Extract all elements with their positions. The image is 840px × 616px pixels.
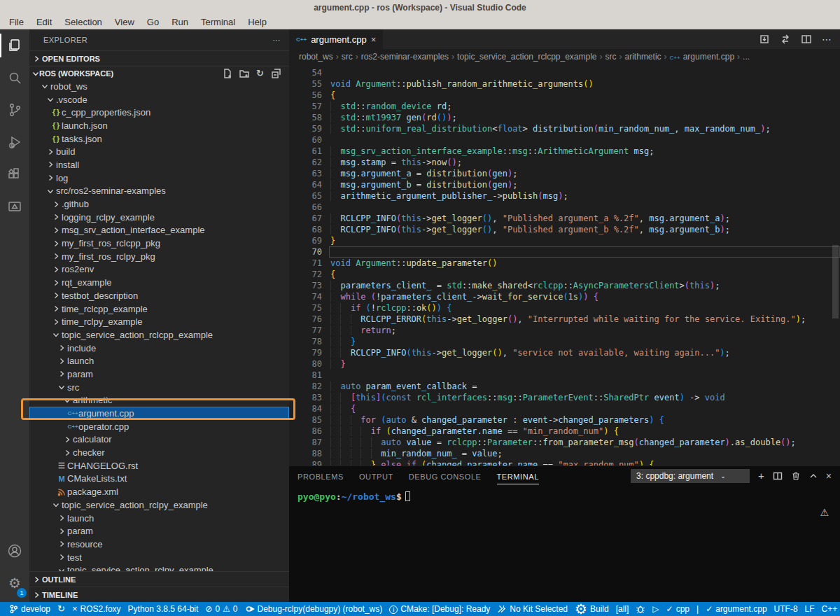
status-sep[interactable]: | xyxy=(693,602,702,616)
menu-edit[interactable]: Edit xyxy=(30,15,58,29)
status-language[interactable]: C++ xyxy=(818,602,840,616)
more-actions-icon[interactable]: ⋯ xyxy=(822,33,832,46)
status-cmake-kit[interactable]: No Kit Selected xyxy=(493,602,571,616)
code-line-87[interactable]: 87 auto value = rclcpp::Parameter::from_… xyxy=(289,437,840,448)
tree-folder-param[interactable]: param xyxy=(29,524,289,538)
tree-folder-topic_service_action_rclpy_example[interactable]: topic_service_action_rclpy_example xyxy=(29,498,289,512)
terminal-select[interactable]: 3: cppdbg: argument ⌄ xyxy=(631,469,750,483)
editor-scrollbar[interactable] xyxy=(832,245,839,318)
code-line-61[interactable]: 61 msg_srv_action_interface_example::msg… xyxy=(289,146,840,157)
tree-folder-time_rclpy_example[interactable]: time_rclpy_example xyxy=(29,315,289,328)
menu-file[interactable]: File xyxy=(3,15,30,29)
code-line-63[interactable]: 63 msg.argument_a = distribution(gen); xyxy=(289,168,840,179)
tree-folder-testbot_description[interactable]: testbot_description xyxy=(29,289,289,302)
code-line-70[interactable]: 70 xyxy=(289,246,840,258)
tree-folder-arithmetic[interactable]: arithmetic xyxy=(29,394,289,407)
tree-folder-my_first_ros_rclcpp_pkg[interactable]: my_first_ros_rclcpp_pkg xyxy=(29,237,289,250)
open-editors-section[interactable]: OPEN EDITORS xyxy=(29,50,289,66)
breadcrumb-item[interactable]: src xyxy=(342,52,353,62)
run-file-icon[interactable] xyxy=(759,34,770,45)
tree-folder-calculator[interactable]: calculator xyxy=(29,433,289,447)
trash-icon[interactable] xyxy=(791,471,801,481)
workspace-root[interactable]: ROS (WORKSPACE) ↻ xyxy=(29,66,289,80)
panel-tab-debug-console[interactable]: DEBUG CONSOLE xyxy=(409,468,482,484)
more-actions-icon[interactable]: ⋯ xyxy=(273,36,281,45)
tree-folder-test[interactable]: test xyxy=(29,551,289,564)
code-line-85[interactable]: 85 for (auto & changed_parameter : event… xyxy=(289,414,840,426)
code-editor[interactable]: 5455void Argument::publish_random_arithm… xyxy=(289,64,840,465)
tree-folder-ros2env[interactable]: ros2env xyxy=(29,263,289,276)
tree-file-operator.cpp[interactable]: C++operator.cpp xyxy=(29,420,289,433)
close-icon[interactable]: × xyxy=(826,470,832,482)
code-line-57[interactable]: 57 std::random_device rd; xyxy=(289,101,840,112)
code-line-65[interactable]: 65 arithmetic_argument_publisher_->publi… xyxy=(289,190,840,202)
code-line-54[interactable]: 54 xyxy=(289,67,840,78)
breadcrumb-item[interactable]: arithmetic xyxy=(625,52,662,62)
code-line-75[interactable]: 75 if (!rclcpp::ok()) { xyxy=(289,302,840,314)
breadcrumb-item[interactable]: ... xyxy=(743,52,750,62)
switch-header-source-icon[interactable] xyxy=(780,34,791,45)
account-button[interactable] xyxy=(0,535,29,567)
code-line-62[interactable]: 62 msg.stamp = this->now(); xyxy=(289,157,840,168)
tree-folder-logging_rclpy_example[interactable]: logging_rclpy_example xyxy=(29,211,289,224)
tree-folder-my_first_ros_rclpy_pkg[interactable]: my_first_ros_rclpy_pkg xyxy=(29,250,289,263)
tree-folder-install[interactable]: install xyxy=(29,158,289,172)
panel-tab-output[interactable]: OUTPUT xyxy=(359,468,393,484)
tree-folder-src[interactable]: src xyxy=(29,381,289,394)
tree-folder-include[interactable]: include xyxy=(29,342,289,355)
code-line-71[interactable]: 71void Argument::update_parameter() xyxy=(289,258,840,269)
tree-file-package.xml[interactable]: package.xml xyxy=(29,485,289,498)
settings-button[interactable]: ⚙1 xyxy=(0,567,29,599)
new-folder-icon[interactable] xyxy=(239,69,249,78)
tree-folder-topic_service_action_rclpy_example[interactable]: topic_service_action_rclpy_example xyxy=(29,564,289,571)
panel-tab-terminal[interactable]: TERMINAL xyxy=(497,468,539,484)
code-line-56[interactable]: 56{ xyxy=(289,90,840,101)
status-git-branch[interactable]: develop xyxy=(6,602,54,616)
menu-go[interactable]: Go xyxy=(141,15,165,29)
code-line-60[interactable]: 60 xyxy=(289,134,840,146)
chevron-up-icon[interactable] xyxy=(809,472,818,480)
tree-folder-topic_service_action_rclcpp_example[interactable]: topic_service_action_rclcpp_example xyxy=(29,328,289,342)
breadcrumb-item[interactable]: topic_service_action_rclcpp_example xyxy=(457,52,596,62)
code-line-58[interactable]: 58 std::mt19937 gen(rd()); xyxy=(289,112,840,123)
panel-tab-problems[interactable]: PROBLEMS xyxy=(298,468,344,484)
tree-file-argument.cpp[interactable]: C++argument.cpp xyxy=(29,407,289,420)
code-line-76[interactable]: 76 RCLCPP_ERROR(this->get_logger(), "Int… xyxy=(289,314,840,325)
status-cmake-target[interactable]: [all] xyxy=(612,602,633,616)
activity-extensions[interactable] xyxy=(0,158,29,190)
tree-folder-.github[interactable]: .github xyxy=(29,197,289,211)
code-line-69[interactable]: 69} xyxy=(289,235,840,246)
status-python-version[interactable]: Python 3.8.5 64-bit xyxy=(125,602,202,616)
code-line-81[interactable]: 81 xyxy=(289,370,840,381)
tree-folder-src/ros2-seminar-examples[interactable]: src/ros2-seminar-examples xyxy=(29,185,289,198)
activity-search[interactable] xyxy=(0,62,29,94)
code-line-68[interactable]: 68 RCLCPP_INFO(this->get_logger(), "Publ… xyxy=(289,224,840,235)
activity-source-control[interactable] xyxy=(0,94,29,126)
code-line-67[interactable]: 67 RCLCPP_INFO(this->get_logger(), "Publ… xyxy=(289,213,840,224)
code-line-79[interactable]: 79 RCLCPP_INFO(this->get_logger(), "serv… xyxy=(289,347,840,358)
breadcrumb-item[interactable]: src xyxy=(606,52,617,62)
tree-folder-time_rclcpp_example[interactable]: time_rclcpp_example xyxy=(29,302,289,316)
code-line-59[interactable]: 59 std::uniform_real_distribution<float>… xyxy=(289,123,840,134)
split-editor-icon[interactable] xyxy=(801,34,812,45)
status-cmake-build[interactable]: ⚙Build xyxy=(571,602,612,616)
code-line-89[interactable]: 89 } else if (changed_parameter.name == … xyxy=(289,459,840,465)
status-lint-file[interactable]: ✓argument.cpp xyxy=(702,602,770,616)
code-line-66[interactable]: 66 xyxy=(289,202,840,213)
tree-file-CHANGELOG.rst[interactable]: ☰CHANGELOG.rst xyxy=(29,459,289,472)
status-lint-cpp[interactable]: ✓cpp xyxy=(663,602,693,616)
section-outline[interactable]: OUTLINE xyxy=(29,571,289,587)
tree-folder-launch[interactable]: launch xyxy=(29,354,289,368)
status-cmake-status[interactable]: iCMake: [Debug]: Ready xyxy=(386,602,493,616)
tree-folder-checker[interactable]: checker xyxy=(29,446,289,459)
close-icon[interactable]: × xyxy=(371,34,377,45)
code-line-82[interactable]: 82 auto param_event_callback = xyxy=(289,381,840,392)
code-line-55[interactable]: 55void Argument::publish_random_arithmet… xyxy=(289,78,840,90)
code-line-80[interactable]: 80 } xyxy=(289,358,840,370)
status-encoding[interactable]: UTF-8 xyxy=(771,602,802,616)
tree-folder-log[interactable]: log xyxy=(29,172,289,185)
tab-argument-cpp[interactable]: C++ argument.cpp × xyxy=(289,29,383,49)
breadcrumb-item[interactable]: argument.cpp xyxy=(683,52,734,62)
new-file-icon[interactable] xyxy=(223,69,232,78)
status-sync[interactable]: ↻ xyxy=(54,602,69,616)
